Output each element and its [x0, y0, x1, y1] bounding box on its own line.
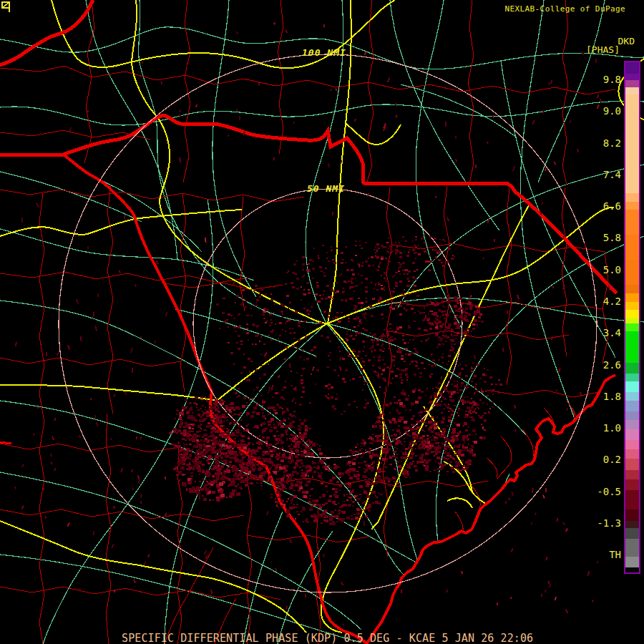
echo-speckle — [286, 512, 289, 514]
echo-speckle — [135, 284, 137, 287]
echo-speckle — [195, 462, 199, 466]
colorbar-segment — [625, 74, 639, 80]
echo-speckle — [249, 451, 250, 452]
echo-speckle — [444, 386, 447, 389]
echo-speckle — [438, 472, 440, 474]
echo-speckle — [391, 331, 393, 332]
echo-speckle — [382, 458, 386, 461]
echo-speckle — [212, 491, 215, 494]
echo-speckle — [438, 252, 440, 253]
echo-speckle — [196, 439, 199, 441]
echo-speckle — [319, 445, 321, 447]
echo-speckle — [212, 434, 214, 435]
echo-speckle — [220, 459, 222, 461]
echo-speckle — [226, 497, 228, 498]
product-code: DKD — [618, 36, 635, 47]
echo-speckle — [303, 455, 305, 457]
echo-speckle — [355, 245, 357, 246]
echo-speckle — [382, 343, 384, 345]
echo-speckle — [379, 263, 381, 265]
echo-speckle — [263, 308, 266, 310]
echo-speckle — [142, 62, 144, 64]
echo-speckle — [452, 449, 454, 451]
echo-speckle — [471, 331, 472, 332]
echo-speckle — [464, 442, 465, 444]
echo-speckle — [319, 322, 322, 324]
echo-speckle — [469, 451, 473, 454]
echo-speckle — [235, 485, 238, 487]
echo-speckle — [442, 353, 444, 355]
echo-speckle — [286, 605, 288, 610]
echo-speckle — [447, 455, 449, 457]
echo-speckle — [461, 454, 464, 457]
echo-speckle — [332, 212, 333, 215]
colorbar-segment — [625, 62, 639, 74]
echo-speckle — [258, 392, 259, 394]
echo-speckle — [444, 329, 447, 332]
echo-speckle — [487, 369, 489, 371]
echo-speckle — [240, 341, 243, 342]
echo-speckle — [444, 435, 447, 437]
echo-speckle — [412, 276, 415, 278]
echo-speckle — [368, 504, 371, 507]
echo-speckle — [326, 491, 328, 492]
echo-speckle — [404, 471, 407, 474]
echo-speckle — [359, 449, 361, 451]
echo-speckle — [368, 193, 369, 195]
echo-speckle — [255, 285, 258, 287]
echo-speckle — [215, 416, 216, 418]
echo-speckle — [432, 359, 435, 361]
echo-speckle — [352, 505, 353, 507]
echo-speckle — [296, 472, 299, 474]
echo-speckle — [359, 321, 361, 322]
echo-speckle — [329, 522, 333, 525]
echo-speckle — [541, 202, 544, 205]
echo-speckle — [459, 378, 462, 379]
echo-speckle — [401, 457, 404, 459]
echo-speckle — [484, 368, 485, 369]
echo-speckle — [414, 361, 415, 362]
echo-speckle — [266, 511, 269, 515]
echo-speckle — [292, 436, 293, 438]
echo-speckle — [376, 416, 378, 418]
echo-speckle — [471, 398, 472, 399]
echo-speckle — [212, 422, 215, 424]
echo-speckle — [396, 411, 399, 412]
echo-speckle — [438, 434, 440, 435]
echo-speckle — [451, 328, 452, 329]
echo-speckle — [436, 425, 439, 426]
echo-speckle — [406, 255, 409, 257]
echo-speckle — [54, 418, 56, 421]
echo-speckle — [369, 442, 371, 444]
echo-speckle — [449, 379, 451, 381]
echo-speckle — [286, 509, 290, 512]
echo-speckle — [240, 472, 243, 474]
echo-speckle — [270, 322, 273, 323]
echo-speckle — [236, 477, 238, 478]
echo-speckle — [366, 336, 369, 338]
echo-speckle — [436, 436, 438, 438]
echo-speckle — [371, 282, 372, 283]
echo-speckle — [185, 449, 187, 451]
echo-speckle — [352, 338, 354, 339]
echo-speckle — [333, 291, 335, 292]
echo-speckle — [260, 472, 263, 474]
echo-speckle — [381, 345, 383, 346]
echo-speckle — [348, 485, 351, 488]
echo-speckle — [286, 501, 288, 502]
echo-speckle — [289, 487, 293, 489]
echo-speckle — [285, 432, 287, 434]
echo-speckle — [434, 249, 436, 251]
echo-speckle — [258, 465, 259, 467]
echo-speckle — [205, 409, 206, 411]
echo-speckle — [243, 366, 246, 369]
echo-speckle — [306, 472, 308, 474]
echo-speckle — [566, 408, 568, 411]
echo-speckle — [246, 328, 248, 329]
echo-speckle — [319, 515, 322, 517]
echo-speckle — [240, 412, 242, 414]
echo-speckle — [414, 465, 416, 467]
echo-speckle — [364, 316, 365, 318]
echo-speckle — [272, 329, 274, 331]
echo-speckle — [291, 477, 292, 478]
